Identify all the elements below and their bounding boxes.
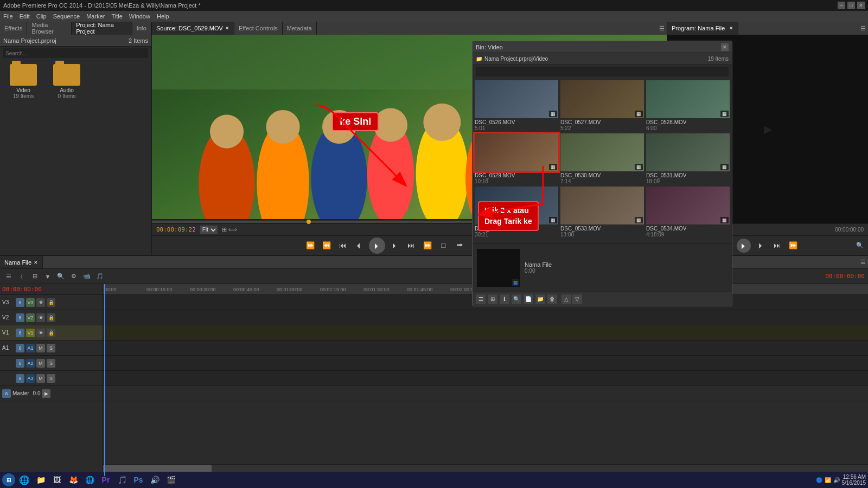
- playhead-indicator[interactable]: [307, 220, 311, 224]
- tab-source[interactable]: Source: DSC_0529.MOV ✕: [152, 22, 234, 35]
- bin-tool-info[interactable]: ℹ: [500, 294, 509, 304]
- track-v3-sync[interactable]: 6: [16, 298, 24, 307]
- project-search-input[interactable]: [5, 50, 146, 56]
- tab-info[interactable]: Info: [132, 22, 151, 35]
- bottom-scrollbar[interactable]: [103, 464, 868, 472]
- tracks-area[interactable]: 00:00 00:00:15:00 00:00:30:00 00:00:45:0…: [103, 284, 868, 476]
- tl-tool-settings[interactable]: ⚙: [68, 271, 79, 282]
- insert-button[interactable]: ⮕: [454, 239, 467, 252]
- track-v3-eye[interactable]: 👁: [36, 298, 45, 307]
- tab-effects[interactable]: Effects: [0, 22, 27, 35]
- next-frame-button[interactable]: ⏵: [388, 239, 401, 252]
- track-a3-enable[interactable]: A3: [26, 374, 35, 383]
- track-v1-enable[interactable]: V1: [26, 329, 35, 337]
- play-button[interactable]: ⏵: [369, 237, 385, 254]
- step-forward-button[interactable]: ⏩: [421, 239, 434, 252]
- step-back-button[interactable]: ⏪: [320, 239, 333, 252]
- menu-help[interactable]: Help: [157, 13, 169, 20]
- bin-panel-close-icon[interactable]: ✕: [721, 43, 729, 51]
- track-v3-enable[interactable]: V3: [26, 298, 35, 307]
- tab-media-browser[interactable]: Media Browser: [27, 22, 72, 35]
- fit-dropdown[interactable]: Fit: [200, 226, 218, 234]
- bin-item-0530[interactable]: ▦ DSC_0530.MOV 7:14: [560, 133, 644, 184]
- tab-effect-controls[interactable]: Effect Controls: [234, 22, 283, 35]
- menu-file[interactable]: File: [3, 13, 13, 20]
- program-step-forward[interactable]: ⏩: [787, 239, 800, 252]
- source-panel-menu[interactable]: ☰: [659, 25, 665, 32]
- bin-scroll-down[interactable]: ▽: [572, 294, 582, 304]
- taskbar-pictures[interactable]: 🖼: [50, 473, 64, 487]
- track-a3-s[interactable]: S: [47, 374, 55, 383]
- taskbar-file-explorer[interactable]: 📁: [34, 473, 48, 487]
- tl-tool-markers[interactable]: ▼: [42, 271, 53, 282]
- track-v1-sync[interactable]: 6: [16, 329, 24, 337]
- program-panel-menu[interactable]: ☰: [860, 25, 866, 32]
- window-controls[interactable]: ─ □ ✕: [838, 2, 865, 9]
- bin-tool-new-bin[interactable]: 📁: [535, 294, 545, 304]
- menu-window[interactable]: Window: [129, 13, 150, 20]
- track-v2-lock[interactable]: 🔒: [47, 313, 55, 322]
- bin-video[interactable]: Video 19 Items: [4, 64, 42, 99]
- track-v1-eye[interactable]: 👁: [36, 329, 45, 337]
- taskbar-photoshop[interactable]: Ps: [131, 473, 145, 487]
- menu-title[interactable]: Title: [111, 13, 122, 20]
- bin-item-0529[interactable]: ▦ DSC_0529.MOV 10:18: [475, 133, 558, 184]
- taskbar-browser-ie[interactable]: 🌐: [17, 473, 31, 487]
- program-play-button[interactable]: ⏵: [737, 239, 751, 253]
- taskbar-app7[interactable]: 🎵: [115, 473, 129, 487]
- master-control[interactable]: ▶: [42, 389, 50, 398]
- bin-item-0534[interactable]: ▦ DSC_0534.MOV 4:18:09: [646, 187, 730, 237]
- mark-out-button[interactable]: □: [437, 239, 450, 252]
- tl-tool-camera[interactable]: 📹: [81, 271, 92, 282]
- track-a3-m[interactable]: M: [36, 374, 45, 383]
- menu-edit[interactable]: Edit: [20, 13, 30, 20]
- bin-item-0528[interactable]: ▦ DSC_0528.MOV 6:00: [646, 80, 730, 131]
- maximize-button[interactable]: □: [847, 2, 855, 9]
- tl-tool-search[interactable]: 🔍: [55, 271, 66, 282]
- tab-project[interactable]: Project: Nama Project: [72, 22, 132, 35]
- menu-clip[interactable]: Clip: [36, 13, 47, 20]
- track-v1-lock[interactable]: 🔒: [47, 329, 55, 337]
- bin-search-bar[interactable]: [476, 67, 729, 76]
- track-a1-enable[interactable]: A1: [26, 344, 35, 352]
- bin-tool-grid[interactable]: ⊞: [488, 294, 497, 304]
- bin-search-input[interactable]: [478, 69, 726, 75]
- project-search-bar[interactable]: [3, 48, 148, 58]
- close-button[interactable]: ✕: [857, 2, 865, 9]
- track-a3-sync[interactable]: 6: [16, 374, 24, 383]
- menu-marker[interactable]: Marker: [86, 13, 105, 20]
- track-v2-enable[interactable]: V2: [26, 313, 35, 322]
- tl-tool-select[interactable]: ☰: [3, 271, 14, 282]
- track-a1-sync[interactable]: 6: [16, 344, 24, 352]
- taskbar-firefox[interactable]: 🦊: [66, 473, 80, 487]
- track-v2-sync[interactable]: 6: [16, 313, 24, 322]
- mark-in-button[interactable]: ⏩: [304, 239, 317, 252]
- bin-audio[interactable]: Audio 0 Items: [48, 64, 86, 99]
- track-a1-s[interactable]: S: [47, 344, 55, 352]
- bin-tool-find[interactable]: 🔍: [512, 294, 521, 304]
- bin-scroll-up[interactable]: △: [561, 294, 571, 304]
- track-a2-enable[interactable]: A2: [26, 359, 35, 368]
- bin-item-0531[interactable]: ▦ DSC_0531.MOV 18:09: [646, 133, 730, 184]
- menu-sequence[interactable]: Sequence: [53, 13, 80, 20]
- prev-frame-button[interactable]: ⏴: [353, 239, 366, 252]
- bin-tool-new-item[interactable]: 📄: [524, 294, 533, 304]
- track-master-sync[interactable]: 6: [2, 389, 11, 398]
- source-tab-close[interactable]: ✕: [225, 25, 229, 31]
- program-next-frame[interactable]: ⏵: [754, 239, 767, 252]
- go-to-in-button[interactable]: ⏮: [336, 239, 349, 252]
- taskbar-premiere[interactable]: Pr: [99, 473, 113, 487]
- minimize-button[interactable]: ─: [838, 2, 845, 9]
- timeline-tab-close[interactable]: ✕: [34, 260, 38, 265]
- playhead[interactable]: [104, 284, 105, 476]
- track-v3-lock[interactable]: 🔒: [47, 298, 55, 307]
- bin-item-0526[interactable]: ▦ DSC_0526.MOV 5:01: [475, 80, 558, 131]
- tl-tool-audio[interactable]: 🎵: [94, 271, 105, 282]
- taskbar-start[interactable]: ⊞: [2, 473, 15, 486]
- bin-item-0533[interactable]: ▦ DSC_0533.MOV 13:08: [560, 187, 644, 237]
- timeline-panel-menu[interactable]: ☰: [860, 259, 866, 266]
- taskbar-chrome[interactable]: 🌐: [82, 473, 97, 487]
- track-v2-eye[interactable]: 👁: [36, 313, 45, 322]
- track-a2-sync[interactable]: 6: [16, 359, 24, 368]
- bin-tool-list[interactable]: ☰: [476, 294, 486, 304]
